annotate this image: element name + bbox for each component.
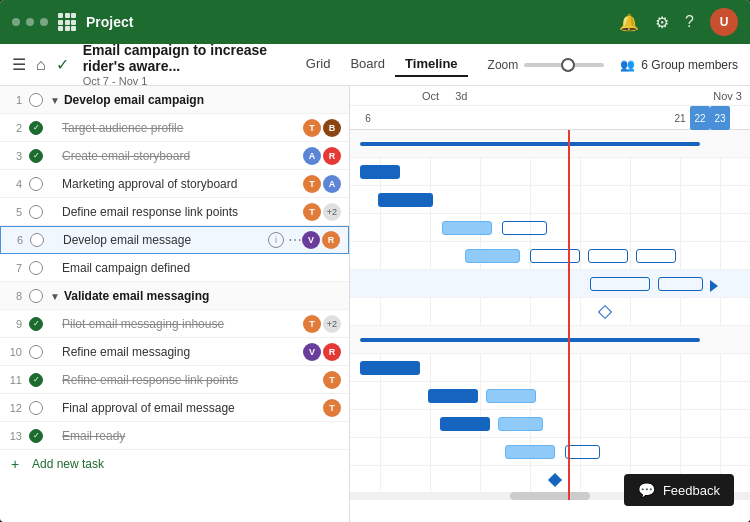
gantt-bar-12 — [505, 445, 555, 459]
feedback-label: Feedback — [663, 483, 720, 498]
row-number: 4 — [4, 178, 26, 190]
gantt-header: Oct 3d Nov 3 6 21 22 23 — [350, 86, 750, 130]
row-check-6[interactable] — [27, 233, 47, 247]
row-label-12: Final approval of email message — [46, 401, 323, 415]
avatar-plus: +2 — [323, 203, 341, 221]
table-row: 3 Create email storyboard A R — [0, 142, 349, 170]
gantt-bar-5 — [465, 249, 520, 263]
zoom-slider[interactable] — [524, 63, 604, 67]
gantt-day-21: 21 — [670, 106, 690, 130]
avatar: A — [323, 175, 341, 193]
row-check-12[interactable] — [26, 401, 46, 415]
avatar: R — [323, 343, 341, 361]
row-number: 1 — [4, 94, 26, 106]
row-check-5[interactable] — [26, 205, 46, 219]
avatar: T — [303, 203, 321, 221]
table-row: 11 Refine email response link points T — [0, 366, 349, 394]
row-label-2: Target audience profile — [46, 121, 303, 135]
table-row: 4 Marketing approval of storyboard T A — [0, 170, 349, 198]
gantt-bar-4 — [442, 221, 492, 235]
avatar: A — [303, 147, 321, 165]
gantt-arrow-6 — [710, 280, 718, 292]
group-members-label: 6 Group members — [641, 58, 738, 72]
add-task-row[interactable]: + Add new task — [0, 450, 349, 478]
row-avatars-4: T A — [303, 175, 341, 193]
row-number: 11 — [4, 374, 26, 386]
row-avatars-5: T +2 — [303, 203, 341, 221]
app-grid-icon[interactable] — [58, 13, 76, 31]
row-check-7[interactable] — [26, 261, 46, 275]
row-check-3[interactable] — [26, 149, 46, 163]
project-info: Email campaign to increase rider's aware… — [83, 42, 296, 87]
gantt-row-8 — [350, 326, 750, 354]
gantt-bar-5c — [588, 249, 628, 263]
avatar: T — [303, 315, 321, 333]
tab-grid[interactable]: Grid — [296, 52, 341, 77]
avatar: B — [323, 119, 341, 137]
gantt-duration: 3d — [447, 90, 475, 102]
gantt-bar-11 — [440, 417, 490, 431]
table-row: 6 Develop email message i ⋯ V R — [0, 226, 349, 254]
gantt-day-23: 23 — [710, 106, 730, 130]
title-bar: Project 🔔 ⚙ ? U — [0, 0, 750, 44]
gantt-bar-2 — [360, 165, 400, 179]
dot-3 — [40, 18, 48, 26]
main-content: 1 ▼Develop email campaign 2 Target audie… — [0, 86, 750, 522]
gantt-month-row: Oct 3d Nov 3 — [350, 86, 750, 106]
gantt-row-7 — [350, 298, 750, 326]
row-label-10: Refine email messaging — [46, 345, 303, 359]
tab-timeline[interactable]: Timeline — [395, 52, 468, 77]
gantt-diamond-13 — [548, 473, 562, 487]
sub-header: ☰ ⌂ ✓ Email campaign to increase rider's… — [0, 44, 750, 86]
row-check-10[interactable] — [26, 345, 46, 359]
zoom-thumb — [561, 58, 575, 72]
tab-board[interactable]: Board — [340, 52, 395, 77]
gantt-diamond-7 — [598, 305, 612, 319]
feedback-button[interactable]: 💬 Feedback — [624, 474, 734, 506]
row-check-9[interactable] — [26, 317, 46, 331]
row-check-4[interactable] — [26, 177, 46, 191]
table-row: 13 Email ready — [0, 422, 349, 450]
more-icon[interactable]: ⋯ — [288, 232, 302, 248]
group-members[interactable]: 👥 6 Group members — [620, 58, 738, 72]
gantt-row-12 — [350, 438, 750, 466]
row-avatars-3: A R — [303, 147, 341, 165]
row-label-4: Marketing approval of storyboard — [46, 177, 303, 191]
gantt-bar-9 — [360, 361, 420, 375]
gantt-days-row: 6 21 22 23 — [350, 106, 750, 130]
zoom-control: Zoom — [488, 58, 605, 72]
add-task-plus-icon: + — [4, 456, 26, 472]
table-row: 1 ▼Develop email campaign — [0, 86, 349, 114]
row-check-2[interactable] — [26, 121, 46, 135]
avatar-plus: +2 — [323, 315, 341, 333]
gantt-bar-6b — [658, 277, 703, 291]
user-avatar[interactable]: U — [710, 8, 738, 36]
info-icon[interactable]: i — [268, 232, 284, 248]
dot-2 — [26, 18, 34, 26]
settings-icon[interactable]: ⚙ — [655, 13, 669, 32]
row-check-8[interactable] — [26, 289, 46, 303]
home-icon[interactable]: ⌂ — [36, 56, 46, 74]
app-title: Project — [86, 14, 619, 30]
row-number: 8 — [4, 290, 26, 302]
row-check-11[interactable] — [26, 373, 46, 387]
gantt-row-5 — [350, 242, 750, 270]
row-number: 5 — [4, 206, 26, 218]
gantt-body — [350, 130, 750, 500]
row-number: 7 — [4, 262, 26, 274]
row-action-icons: i ⋯ — [268, 232, 302, 248]
row-check-1[interactable] — [26, 93, 46, 107]
help-icon[interactable]: ? — [685, 13, 694, 31]
check-nav-icon[interactable]: ✓ — [56, 55, 69, 74]
gantt-row-10 — [350, 382, 750, 410]
gantt-area: Oct 3d Nov 3 6 21 22 23 — [350, 86, 750, 522]
row-label-9: Pilot email messaging inhouse — [46, 317, 303, 331]
notification-icon[interactable]: 🔔 — [619, 13, 639, 32]
gantt-row-2 — [350, 158, 750, 186]
row-check-13[interactable] — [26, 429, 46, 443]
gantt-bar-10 — [428, 389, 478, 403]
row-number: 3 — [4, 150, 26, 162]
menu-icon[interactable]: ☰ — [12, 55, 26, 74]
row-avatars-12: T — [323, 399, 341, 417]
gantt-row-4 — [350, 214, 750, 242]
